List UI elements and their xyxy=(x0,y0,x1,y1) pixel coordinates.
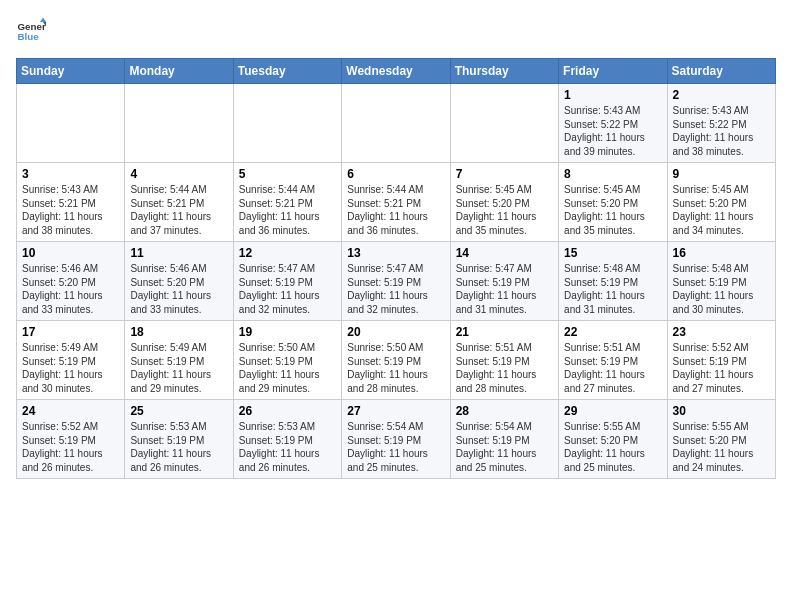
calendar-week-row: 10Sunrise: 5:46 AM Sunset: 5:20 PM Dayli… xyxy=(17,242,776,321)
calendar-day-cell: 4Sunrise: 5:44 AM Sunset: 5:21 PM Daylig… xyxy=(125,163,233,242)
calendar-day-cell: 23Sunrise: 5:52 AM Sunset: 5:19 PM Dayli… xyxy=(667,321,775,400)
day-info: Sunrise: 5:49 AM Sunset: 5:19 PM Dayligh… xyxy=(130,341,227,395)
day-info: Sunrise: 5:48 AM Sunset: 5:19 PM Dayligh… xyxy=(673,262,770,316)
weekday-header: Wednesday xyxy=(342,59,450,84)
svg-text:General: General xyxy=(18,21,47,32)
calendar-day-cell: 8Sunrise: 5:45 AM Sunset: 5:20 PM Daylig… xyxy=(559,163,667,242)
calendar-day-cell: 11Sunrise: 5:46 AM Sunset: 5:20 PM Dayli… xyxy=(125,242,233,321)
calendar-day-cell xyxy=(17,84,125,163)
calendar-day-cell: 10Sunrise: 5:46 AM Sunset: 5:20 PM Dayli… xyxy=(17,242,125,321)
calendar-week-row: 17Sunrise: 5:49 AM Sunset: 5:19 PM Dayli… xyxy=(17,321,776,400)
calendar-week-row: 1Sunrise: 5:43 AM Sunset: 5:22 PM Daylig… xyxy=(17,84,776,163)
calendar-day-cell: 28Sunrise: 5:54 AM Sunset: 5:19 PM Dayli… xyxy=(450,400,558,479)
day-number: 9 xyxy=(673,167,770,181)
day-info: Sunrise: 5:49 AM Sunset: 5:19 PM Dayligh… xyxy=(22,341,119,395)
day-number: 11 xyxy=(130,246,227,260)
day-info: Sunrise: 5:50 AM Sunset: 5:19 PM Dayligh… xyxy=(347,341,444,395)
calendar-day-cell: 18Sunrise: 5:49 AM Sunset: 5:19 PM Dayli… xyxy=(125,321,233,400)
calendar-day-cell xyxy=(450,84,558,163)
day-number: 5 xyxy=(239,167,336,181)
calendar-day-cell xyxy=(125,84,233,163)
header: General Blue xyxy=(16,16,776,46)
calendar-day-cell: 19Sunrise: 5:50 AM Sunset: 5:19 PM Dayli… xyxy=(233,321,341,400)
day-number: 3 xyxy=(22,167,119,181)
weekday-header: Saturday xyxy=(667,59,775,84)
day-number: 21 xyxy=(456,325,553,339)
calendar-day-cell: 17Sunrise: 5:49 AM Sunset: 5:19 PM Dayli… xyxy=(17,321,125,400)
day-number: 4 xyxy=(130,167,227,181)
day-info: Sunrise: 5:43 AM Sunset: 5:22 PM Dayligh… xyxy=(564,104,661,158)
calendar-day-cell: 7Sunrise: 5:45 AM Sunset: 5:20 PM Daylig… xyxy=(450,163,558,242)
day-info: Sunrise: 5:44 AM Sunset: 5:21 PM Dayligh… xyxy=(347,183,444,237)
calendar-day-cell: 16Sunrise: 5:48 AM Sunset: 5:19 PM Dayli… xyxy=(667,242,775,321)
day-number: 15 xyxy=(564,246,661,260)
calendar-day-cell: 25Sunrise: 5:53 AM Sunset: 5:19 PM Dayli… xyxy=(125,400,233,479)
day-number: 23 xyxy=(673,325,770,339)
day-info: Sunrise: 5:43 AM Sunset: 5:21 PM Dayligh… xyxy=(22,183,119,237)
day-number: 2 xyxy=(673,88,770,102)
logo-icon: General Blue xyxy=(16,16,46,46)
day-number: 28 xyxy=(456,404,553,418)
day-number: 19 xyxy=(239,325,336,339)
day-number: 8 xyxy=(564,167,661,181)
calendar-day-cell: 29Sunrise: 5:55 AM Sunset: 5:20 PM Dayli… xyxy=(559,400,667,479)
day-info: Sunrise: 5:50 AM Sunset: 5:19 PM Dayligh… xyxy=(239,341,336,395)
calendar-day-cell: 13Sunrise: 5:47 AM Sunset: 5:19 PM Dayli… xyxy=(342,242,450,321)
day-number: 24 xyxy=(22,404,119,418)
logo: General Blue xyxy=(16,16,46,46)
day-info: Sunrise: 5:46 AM Sunset: 5:20 PM Dayligh… xyxy=(130,262,227,316)
day-number: 18 xyxy=(130,325,227,339)
calendar-day-cell: 1Sunrise: 5:43 AM Sunset: 5:22 PM Daylig… xyxy=(559,84,667,163)
day-number: 6 xyxy=(347,167,444,181)
day-info: Sunrise: 5:43 AM Sunset: 5:22 PM Dayligh… xyxy=(673,104,770,158)
day-info: Sunrise: 5:53 AM Sunset: 5:19 PM Dayligh… xyxy=(239,420,336,474)
day-number: 16 xyxy=(673,246,770,260)
calendar-day-cell: 12Sunrise: 5:47 AM Sunset: 5:19 PM Dayli… xyxy=(233,242,341,321)
svg-text:Blue: Blue xyxy=(18,31,40,42)
calendar-day-cell: 22Sunrise: 5:51 AM Sunset: 5:19 PM Dayli… xyxy=(559,321,667,400)
day-info: Sunrise: 5:47 AM Sunset: 5:19 PM Dayligh… xyxy=(347,262,444,316)
day-number: 22 xyxy=(564,325,661,339)
day-number: 25 xyxy=(130,404,227,418)
calendar-day-cell: 26Sunrise: 5:53 AM Sunset: 5:19 PM Dayli… xyxy=(233,400,341,479)
day-info: Sunrise: 5:55 AM Sunset: 5:20 PM Dayligh… xyxy=(673,420,770,474)
day-info: Sunrise: 5:47 AM Sunset: 5:19 PM Dayligh… xyxy=(239,262,336,316)
calendar-day-cell: 27Sunrise: 5:54 AM Sunset: 5:19 PM Dayli… xyxy=(342,400,450,479)
calendar-day-cell: 3Sunrise: 5:43 AM Sunset: 5:21 PM Daylig… xyxy=(17,163,125,242)
calendar-day-cell xyxy=(342,84,450,163)
day-info: Sunrise: 5:45 AM Sunset: 5:20 PM Dayligh… xyxy=(456,183,553,237)
calendar-day-cell: 21Sunrise: 5:51 AM Sunset: 5:19 PM Dayli… xyxy=(450,321,558,400)
day-number: 29 xyxy=(564,404,661,418)
day-info: Sunrise: 5:44 AM Sunset: 5:21 PM Dayligh… xyxy=(239,183,336,237)
calendar-day-cell: 5Sunrise: 5:44 AM Sunset: 5:21 PM Daylig… xyxy=(233,163,341,242)
calendar-day-cell: 15Sunrise: 5:48 AM Sunset: 5:19 PM Dayli… xyxy=(559,242,667,321)
calendar-day-cell xyxy=(233,84,341,163)
day-number: 27 xyxy=(347,404,444,418)
day-number: 30 xyxy=(673,404,770,418)
calendar-day-cell: 9Sunrise: 5:45 AM Sunset: 5:20 PM Daylig… xyxy=(667,163,775,242)
day-number: 13 xyxy=(347,246,444,260)
day-info: Sunrise: 5:52 AM Sunset: 5:19 PM Dayligh… xyxy=(673,341,770,395)
day-info: Sunrise: 5:54 AM Sunset: 5:19 PM Dayligh… xyxy=(456,420,553,474)
svg-marker-2 xyxy=(40,18,46,23)
day-info: Sunrise: 5:55 AM Sunset: 5:20 PM Dayligh… xyxy=(564,420,661,474)
day-number: 7 xyxy=(456,167,553,181)
day-info: Sunrise: 5:52 AM Sunset: 5:19 PM Dayligh… xyxy=(22,420,119,474)
day-number: 17 xyxy=(22,325,119,339)
calendar-day-cell: 20Sunrise: 5:50 AM Sunset: 5:19 PM Dayli… xyxy=(342,321,450,400)
calendar: SundayMondayTuesdayWednesdayThursdayFrid… xyxy=(16,58,776,479)
calendar-day-cell: 14Sunrise: 5:47 AM Sunset: 5:19 PM Dayli… xyxy=(450,242,558,321)
weekday-header: Sunday xyxy=(17,59,125,84)
calendar-day-cell: 6Sunrise: 5:44 AM Sunset: 5:21 PM Daylig… xyxy=(342,163,450,242)
day-info: Sunrise: 5:47 AM Sunset: 5:19 PM Dayligh… xyxy=(456,262,553,316)
weekday-header: Thursday xyxy=(450,59,558,84)
calendar-header-row: SundayMondayTuesdayWednesdayThursdayFrid… xyxy=(17,59,776,84)
day-info: Sunrise: 5:45 AM Sunset: 5:20 PM Dayligh… xyxy=(673,183,770,237)
day-number: 12 xyxy=(239,246,336,260)
day-info: Sunrise: 5:46 AM Sunset: 5:20 PM Dayligh… xyxy=(22,262,119,316)
calendar-day-cell: 2Sunrise: 5:43 AM Sunset: 5:22 PM Daylig… xyxy=(667,84,775,163)
day-info: Sunrise: 5:45 AM Sunset: 5:20 PM Dayligh… xyxy=(564,183,661,237)
day-info: Sunrise: 5:51 AM Sunset: 5:19 PM Dayligh… xyxy=(456,341,553,395)
calendar-week-row: 24Sunrise: 5:52 AM Sunset: 5:19 PM Dayli… xyxy=(17,400,776,479)
weekday-header: Tuesday xyxy=(233,59,341,84)
